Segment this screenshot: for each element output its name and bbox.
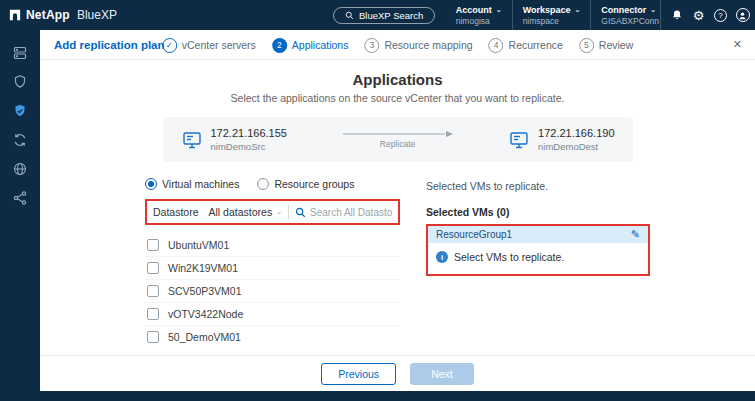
vm-list: UbuntuVM01 Win2K19VM01 SCV50P3VM01 (145, 234, 400, 348)
connector-menu-label: Connector (601, 5, 646, 15)
info-text: Select VMs to replicate. (454, 251, 564, 263)
connector-menu[interactable]: Connector⌄ GISABXPConn (590, 0, 669, 30)
wizard-bar: Add replication plan ✓ vCenter servers 2… (40, 30, 755, 60)
selection-area: Virtual machines Resource groups Datasto… (145, 178, 650, 348)
resource-group-header: ResourceGroup1 ✎ (428, 226, 648, 243)
settings-gear-icon[interactable]: ⚙ (691, 8, 706, 23)
datastore-label: Datastore (153, 206, 199, 218)
chevron-down-icon: ⌄ (276, 208, 282, 216)
top-icon-group: ⚙ ? (660, 0, 750, 30)
selected-vms-title: Selected VMs (0) (426, 206, 650, 218)
account-menu-label: Account (456, 5, 492, 15)
vm-selection-column: Virtual machines Resource groups Datasto… (145, 178, 400, 348)
vm-checkbox[interactable] (147, 308, 159, 320)
connector-menu-value: GISABXPConn (601, 16, 659, 26)
radio-virtual-machines[interactable]: Virtual machines (145, 178, 239, 190)
datastore-dropdown-value: All datastores (209, 206, 273, 218)
source-endpoint: 172.21.166.155 nimDemoSrc (181, 127, 287, 152)
search-icon (295, 207, 306, 218)
radio-label: Virtual machines (162, 178, 239, 190)
workspace-menu[interactable]: Workspace⌄ nimspace (512, 0, 591, 30)
step-review[interactable]: 5 Review (579, 38, 633, 53)
step-label: Review (599, 39, 633, 51)
bottom-bar (0, 391, 755, 401)
search-datastores-input[interactable] (310, 207, 392, 218)
resource-group-body: i Select VMs to replicate. (428, 243, 648, 274)
chevron-down-icon: ⌄ (574, 6, 580, 14)
destination-endpoint: 172.21.166.190 nimDemoDest (508, 127, 614, 152)
shield-icon[interactable] (12, 74, 28, 90)
step-resource-mapping[interactable]: 3 Resource mapping (364, 38, 472, 53)
selected-vms-caption: Selected VMs to replicate. (426, 180, 650, 192)
destination-ip: 172.21.166.190 (538, 127, 614, 139)
vm-name: SCV50P3VM01 (168, 285, 242, 297)
source-type-radio-group: Virtual machines Resource groups (145, 178, 400, 190)
vm-name: Win2K19VM01 (168, 262, 238, 274)
chevron-down-icon: ⌄ (496, 6, 502, 14)
replication-summary-card: 172.21.166.155 nimDemoSrc Replicate 172.… (163, 117, 633, 162)
step-label: Recurrence (509, 39, 563, 51)
sync-icon[interactable] (12, 132, 28, 148)
resource-group-annotated-box: ResourceGroup1 ✎ i Select VMs to replica… (426, 224, 650, 276)
step-recurrence[interactable]: 4 Recurrence (489, 38, 563, 53)
vm-list-item: Win2K19VM01 (145, 257, 400, 280)
share-nodes-icon[interactable] (12, 190, 28, 206)
source-name: nimDemoSrc (211, 141, 287, 152)
vm-checkbox[interactable] (147, 262, 159, 274)
wizard-steps: ✓ vCenter servers 2 Applications 3 Resou… (162, 30, 634, 60)
page-title: Applications (40, 71, 755, 88)
edit-pencil-icon[interactable]: ✎ (631, 229, 640, 240)
storage-icon[interactable] (12, 45, 28, 61)
next-button[interactable]: Next (410, 363, 474, 385)
chevron-down-icon: ⌄ (650, 6, 656, 14)
main-panel: Add replication plan ✓ vCenter servers 2… (40, 30, 755, 391)
step-number: 5 (579, 38, 594, 53)
vm-list-item: vOTV3422Node (145, 303, 400, 326)
vm-checkbox[interactable] (147, 285, 159, 297)
replicate-arrow: Replicate (343, 130, 453, 149)
vm-list-item: SCV50P3VM01 (145, 280, 400, 303)
workspace-menu-label: Workspace (523, 5, 571, 15)
vm-name: vOTV3422Node (168, 308, 243, 320)
close-icon[interactable]: ✕ (733, 38, 742, 51)
selected-vms-column: Selected VMs to replicate. Selected VMs … (426, 178, 650, 348)
notifications-bell-icon[interactable] (669, 8, 684, 23)
workspace-menu-value: nimspace (523, 16, 581, 26)
account-menu[interactable]: Account⌄ nimogisa (446, 0, 512, 30)
radio-unselected-icon (257, 178, 269, 190)
step-label: Resource mapping (384, 39, 472, 51)
step-check-icon: ✓ (162, 38, 177, 53)
step-label: vCenter servers (182, 39, 256, 51)
step-number: 2 (272, 38, 287, 53)
datastore-filter-annotated-box: Datastore All datastores ⌄ (145, 199, 400, 225)
previous-button[interactable]: Previous (321, 363, 396, 385)
page-subtitle: Select the applications on the source vC… (40, 92, 755, 104)
info-icon: i (436, 251, 448, 263)
product-name: BlueXP (77, 8, 117, 22)
radio-selected-icon (145, 178, 157, 190)
vm-checkbox[interactable] (147, 331, 159, 343)
top-bar: NetApp BlueXP BlueXP Search Account⌄ nim… (0, 0, 755, 30)
help-icon[interactable]: ? (713, 8, 728, 23)
bluexp-search-button[interactable]: BlueXP Search (333, 7, 435, 24)
app-shell: Add replication plan ✓ vCenter servers 2… (0, 30, 755, 391)
globe-icon[interactable] (12, 161, 28, 177)
resource-group-name: ResourceGroup1 (436, 229, 512, 240)
radio-resource-groups[interactable]: Resource groups (257, 178, 354, 190)
step-vcenter-servers[interactable]: ✓ vCenter servers (162, 38, 256, 53)
vm-checkbox[interactable] (147, 239, 159, 251)
wizard-footer: Previous Next (40, 355, 755, 391)
account-menu-value: nimogisa (456, 16, 502, 26)
vm-name: UbuntuVM01 (168, 239, 229, 251)
destination-name: nimDemoDest (538, 141, 614, 152)
brand: NetApp BlueXP (9, 0, 117, 30)
replicate-arrow-label: Replicate (380, 139, 415, 149)
datastore-search (295, 207, 392, 218)
vcenter-host-icon (181, 129, 203, 151)
protection-shield-icon[interactable] (12, 103, 28, 119)
step-applications[interactable]: 2 Applications (272, 38, 349, 53)
wizard-title: Add replication plan (54, 39, 165, 51)
user-avatar-icon[interactable] (735, 8, 750, 23)
top-menus: Account⌄ nimogisa Workspace⌄ nimspace Co… (446, 0, 669, 30)
datastore-dropdown[interactable]: All datastores ⌄ (209, 206, 283, 218)
